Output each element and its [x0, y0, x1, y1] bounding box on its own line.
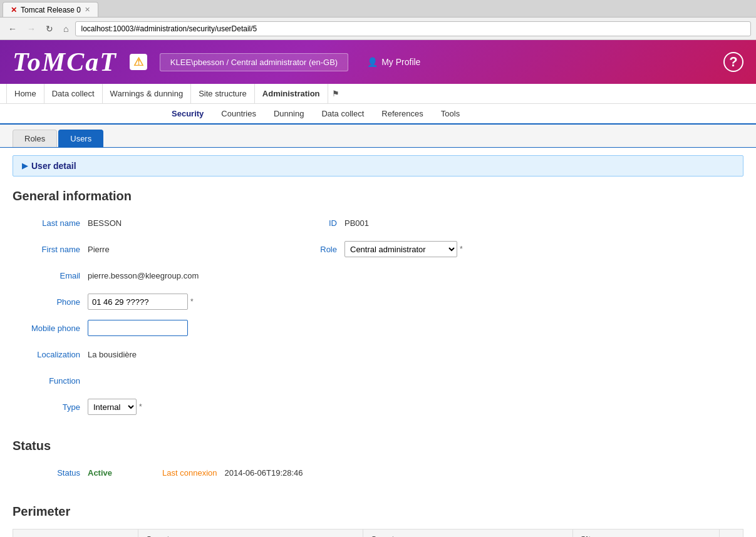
last-connexion-row: Last connexion 2014-06-06T19:28:46 [162, 463, 303, 482]
nav-data-collect[interactable]: Data collect [44, 84, 103, 103]
app-header: ToMCaT ⚠ KLEE\pbesson / Central administ… [0, 40, 756, 84]
status-title: Status [13, 439, 743, 453]
flag-icon: ⚑ [332, 89, 339, 98]
perimeter-title: Perimeter [13, 504, 743, 519]
id-label: ID [307, 218, 344, 228]
localization-label: Localization [13, 350, 88, 359]
localization-row: Localization La bousidière [13, 345, 282, 364]
tab-users[interactable]: Users [58, 130, 103, 147]
status-value: Active [88, 468, 112, 478]
section-header-label: User detail [31, 161, 76, 171]
function-row: Function [13, 371, 282, 390]
subnav-tools[interactable]: Tools [432, 104, 469, 123]
last-name-value: BESSON [88, 218, 122, 228]
col-name [13, 529, 138, 538]
col-country: Country [138, 529, 363, 538]
tab-icon: ✕ [11, 6, 17, 14]
email-label: Email [13, 271, 88, 280]
warning-icon[interactable]: ⚠ [130, 54, 147, 70]
status-label: Status [13, 468, 88, 478]
phone-row: Phone * [13, 292, 282, 311]
email-value: pierre.besson@kleegroup.com [88, 271, 199, 280]
col-county: County [363, 529, 572, 538]
mobile-phone-label: Mobile phone [13, 324, 88, 333]
function-label: Function [13, 376, 88, 386]
col-site: Site [572, 529, 719, 538]
phone-input[interactable] [88, 294, 188, 310]
status-row: Status Active [13, 463, 112, 482]
tab-title: Tomcat Release 0 [21, 6, 81, 14]
localization-value: La bousidière [88, 350, 137, 359]
last-name-row: Last name BESSON [13, 213, 282, 232]
tab-close-btn[interactable]: ✕ [85, 6, 90, 14]
address-bar[interactable] [75, 21, 751, 36]
tab-bar: Roles Users [0, 125, 756, 148]
general-info-title: General information [13, 189, 743, 203]
nav-forward-btn[interactable]: → [24, 23, 39, 35]
nav-administration[interactable]: Administration [255, 84, 328, 103]
mobile-phone-input[interactable] [88, 320, 188, 336]
subnav-references[interactable]: References [373, 104, 432, 123]
nav-home[interactable]: Home [6, 84, 44, 103]
perimeter-section: Perimeter Country County Site − Klépierr… [13, 504, 743, 537]
subnav-data-collect[interactable]: Data collect [313, 104, 373, 123]
form-right-col: ID PB001 Role Central administrator Admi… [307, 213, 576, 424]
subnav-countries[interactable]: Countries [212, 104, 265, 123]
help-btn[interactable]: ? [723, 52, 743, 72]
table-header-row: Country County Site [13, 529, 743, 538]
last-name-label: Last name [13, 218, 88, 228]
id-row: ID PB001 [307, 213, 576, 232]
form-left-col: Last name BESSON First name Pierre Email… [13, 213, 282, 424]
browser-tab[interactable]: ✕ Tomcat Release 0 ✕ [3, 2, 98, 17]
last-connexion-value: 2014-06-06T19:28:46 [224, 468, 303, 478]
tab-roles[interactable]: Roles [13, 130, 57, 147]
subnav-security[interactable]: Security [163, 104, 212, 123]
app-logo: ToMCaT [13, 47, 117, 77]
type-required: * [139, 402, 142, 411]
id-value: PB001 [344, 218, 369, 228]
nav-reload-btn[interactable]: ↻ [43, 23, 56, 35]
type-select[interactable]: Internal External [88, 399, 137, 415]
role-select[interactable]: Central administrator Administrator User [344, 241, 457, 257]
browser-tab-bar: ✕ Tomcat Release 0 ✕ [0, 0, 756, 18]
sub-nav: Security Countries Dunning Data collect … [0, 104, 756, 125]
chevron-right-icon: ▶ [22, 161, 28, 170]
phone-required: * [190, 297, 194, 306]
phone-label: Phone [13, 297, 88, 307]
type-row: Type Internal External * [13, 397, 282, 416]
nav-site-structure[interactable]: Site structure [191, 84, 255, 103]
role-row: Role Central administrator Administrator… [307, 240, 576, 258]
section-header: ▶ User detail [13, 155, 743, 176]
content-area: ▶ User detail General information Last n… [0, 155, 756, 537]
type-label: Type [13, 402, 88, 412]
email-row: Email pierre.besson@kleegroup.com [13, 266, 282, 285]
col-checkbox [720, 529, 743, 538]
nav-back-btn[interactable]: ← [5, 23, 20, 35]
main-nav: Home Data collect Warnings & dunning Sit… [0, 84, 756, 104]
nav-warnings-dunning[interactable]: Warnings & dunning [103, 84, 192, 103]
nav-home-btn[interactable]: ⌂ [60, 23, 71, 35]
form-grid: Last name BESSON First name Pierre Email… [13, 213, 576, 424]
status-section: Status Status Active Last connexion 2014… [13, 439, 743, 489]
user-info-btn[interactable]: KLEE\pbesson / Central administrator (en… [160, 53, 348, 71]
perimeter-table: Country County Site − Klépierre [13, 529, 743, 537]
mobile-phone-row: Mobile phone [13, 319, 282, 337]
first-name-label: First name [13, 245, 88, 254]
my-profile-label: My Profile [381, 57, 420, 67]
my-profile-btn[interactable]: 👤 My Profile [367, 57, 420, 67]
role-label: Role [307, 245, 344, 254]
person-icon: 👤 [367, 57, 378, 67]
subnav-dunning[interactable]: Dunning [265, 104, 313, 123]
last-connexion-label: Last connexion [162, 468, 217, 478]
first-name-value: Pierre [88, 245, 110, 254]
role-required: * [460, 245, 463, 253]
browser-toolbar: ← → ↻ ⌂ [0, 18, 756, 40]
first-name-row: First name Pierre [13, 240, 282, 258]
